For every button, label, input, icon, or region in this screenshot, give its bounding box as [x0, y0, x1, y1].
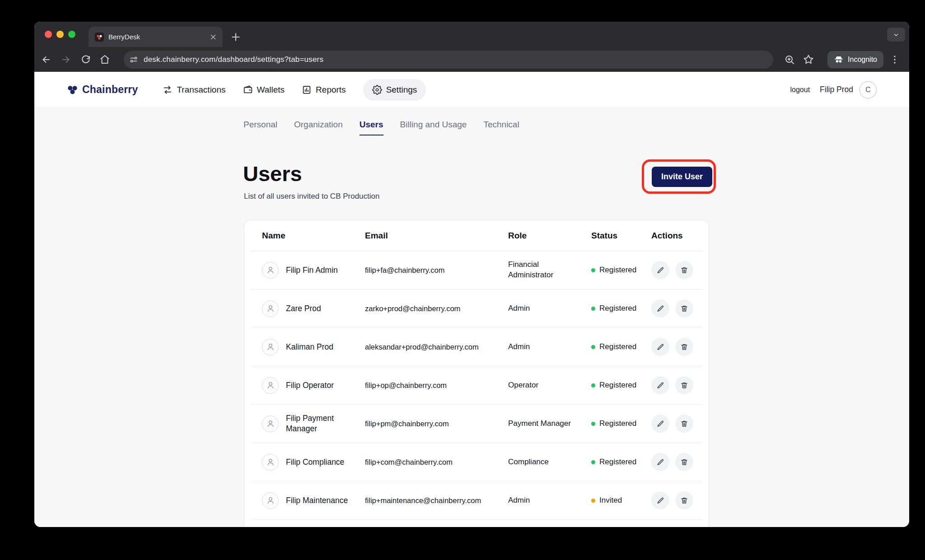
user-email: filip+fa@chainberry.com	[365, 266, 508, 275]
user-email: filip+pm@chainberry.com	[365, 420, 508, 428]
edit-user-button[interactable]	[651, 453, 669, 471]
actions-cell	[651, 299, 702, 317]
close-window-button[interactable]	[45, 31, 52, 38]
nav-item-reports[interactable]: Reports	[302, 85, 346, 95]
user-name: Filip Operator	[286, 380, 334, 391]
edit-user-button[interactable]	[651, 338, 669, 356]
edit-user-button[interactable]	[651, 261, 669, 279]
logout-button[interactable]: logout	[790, 86, 810, 94]
nav-item-wallets[interactable]: Wallets	[243, 85, 285, 95]
user-role: Operator	[508, 380, 591, 391]
tab-organization[interactable]: Organization	[294, 120, 343, 135]
tab-personal[interactable]: Personal	[243, 120, 277, 135]
name-cell: Filip Operator	[251, 377, 365, 394]
status-dot	[591, 383, 595, 387]
tab-close-icon[interactable]	[209, 33, 217, 41]
home-icon[interactable]	[99, 54, 110, 65]
column-header-status: Status	[591, 231, 651, 241]
edit-pencil-icon	[656, 304, 664, 313]
edit-user-button[interactable]	[651, 415, 669, 433]
user-avatar	[262, 262, 279, 279]
nav-item-settings[interactable]: Settings	[363, 79, 426, 101]
berry-logo-icon	[66, 84, 79, 96]
trash-icon	[680, 496, 688, 504]
avatar[interactable]: C	[860, 81, 877, 98]
trash-icon	[680, 458, 688, 466]
person-icon	[266, 496, 275, 505]
forward-icon[interactable]	[61, 54, 71, 65]
status-dot	[591, 499, 595, 503]
edit-user-button[interactable]	[651, 491, 669, 509]
nav-label: Settings	[386, 85, 417, 95]
reload-icon[interactable]	[80, 54, 91, 65]
status-label: Registered	[599, 381, 636, 390]
browser-menu-icon[interactable]	[889, 54, 900, 65]
edit-pencil-icon	[656, 381, 664, 389]
edit-pencil-icon	[656, 458, 664, 466]
name-cell: Kaliman Prod	[251, 339, 365, 355]
new-tab-icon[interactable]	[230, 31, 242, 43]
delete-user-button[interactable]	[675, 338, 693, 356]
minimize-window-button[interactable]	[56, 31, 64, 38]
user-role: Compliance	[508, 457, 591, 467]
edit-pencil-icon	[656, 420, 664, 428]
user-role: Admin	[508, 342, 591, 352]
user-email: filip+maintenance@chainberry.com	[365, 496, 508, 505]
name-cell: Zare Prod	[251, 300, 365, 317]
delete-user-button[interactable]	[675, 415, 693, 433]
actions-cell	[651, 261, 702, 279]
user-role: Payment Manager	[508, 419, 591, 429]
delete-user-button[interactable]	[675, 299, 693, 317]
browser-tab[interactable]: BerryDesk	[89, 27, 223, 47]
bookmark-star-icon[interactable]	[803, 54, 814, 65]
status-badge: Registered	[591, 419, 651, 428]
invite-user-button[interactable]: Invite User	[652, 167, 712, 187]
edit-user-button[interactable]	[651, 299, 669, 317]
delete-user-button[interactable]	[675, 453, 693, 471]
table-row: Filip Fin Admin filip+fa@chainberry.com …	[251, 251, 702, 289]
status-dot	[591, 460, 595, 464]
user-name: Kaliman Prod	[286, 342, 333, 352]
column-header-name: Name	[251, 231, 365, 241]
header-right: logout Filip Prod C	[790, 81, 877, 98]
status-label: Registered	[599, 304, 636, 313]
back-icon[interactable]	[41, 54, 51, 65]
column-header-actions: Actions	[651, 231, 702, 241]
user-avatar	[262, 377, 279, 394]
fullscreen-window-button[interactable]	[68, 31, 75, 38]
browser-toolbar: desk.chainberry.com/dashboard/settings?t…	[34, 47, 909, 72]
person-icon	[266, 304, 275, 313]
settings-content: Personal Organization Users Billing and …	[34, 108, 909, 527]
incognito-icon	[834, 55, 844, 65]
user-menu[interactable]: Filip Prod	[820, 85, 853, 94]
delete-user-button[interactable]	[675, 376, 693, 394]
tab-search-button[interactable]	[887, 28, 905, 42]
table-row: Kaliman Prod aleksandar+prod@chainberry.…	[251, 328, 702, 366]
page-subtitle: List of all users invited to CB Producti…	[244, 192, 379, 201]
delete-user-button[interactable]	[675, 491, 693, 509]
status-label: Invited	[599, 496, 622, 505]
trash-icon	[680, 266, 688, 274]
user-role: Financial Administrator	[508, 260, 591, 280]
url-bar[interactable]: desk.chainberry.com/dashboard/settings?t…	[124, 51, 773, 69]
tab-technical[interactable]: Technical	[483, 120, 519, 135]
person-icon	[266, 342, 275, 351]
site-settings-icon[interactable]	[127, 53, 140, 66]
edit-pencil-icon	[656, 266, 664, 274]
edit-pencil-icon	[656, 343, 664, 351]
browser-window: BerryDesk desk.chainberry.com/dashboard/…	[34, 22, 909, 527]
nav-item-transactions[interactable]: Transactions	[163, 85, 225, 95]
brand-logo[interactable]: Chainberry	[66, 84, 138, 96]
actions-cell	[651, 491, 702, 509]
tab-billing-and-usage[interactable]: Billing and Usage	[400, 120, 467, 135]
incognito-label: Incognito	[848, 56, 877, 64]
tab-users[interactable]: Users	[360, 120, 383, 135]
user-role: Admin	[508, 495, 591, 506]
table-rows: Filip Fin Admin filip+fa@chainberry.com …	[251, 251, 702, 520]
status-badge: Registered	[591, 266, 651, 275]
zoom-icon[interactable]	[784, 54, 795, 65]
delete-user-button[interactable]	[675, 261, 693, 279]
user-name: Zare Prod	[286, 303, 321, 314]
edit-user-button[interactable]	[651, 376, 669, 394]
table-row: Filip Payment Manager filip+pm@chainberr…	[251, 405, 702, 443]
